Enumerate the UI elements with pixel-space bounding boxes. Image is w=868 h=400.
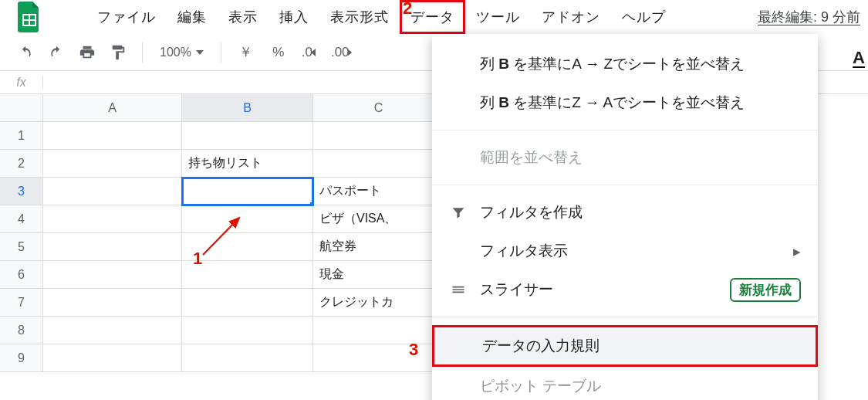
menu-separator: [432, 185, 818, 185]
sort-sheet-za[interactable]: 列 B を基準にZ → Aでシートを並べ替え: [432, 83, 818, 122]
filter-views[interactable]: フィルタ表示 ▸: [432, 232, 818, 270]
sheets-icon: [18, 2, 41, 32]
decrease-decimal-button[interactable]: .0: [299, 41, 323, 64]
data-menu-dropdown: 列 B を基準にA → Zでシートを並べ替え 列 B を基準にZ → Aでシート…: [432, 34, 818, 400]
submenu-arrow-icon: ▸: [793, 242, 801, 260]
menu-data[interactable]: データ: [400, 0, 465, 34]
cell[interactable]: [43, 261, 182, 289]
cell[interactable]: [182, 261, 313, 289]
cell[interactable]: [182, 344, 313, 372]
menu-file[interactable]: ファイル: [86, 0, 167, 34]
slicer-icon: [449, 282, 468, 297]
cell[interactable]: [182, 317, 313, 344]
sort-sheet-az[interactable]: 列 B を基準にA → Zでシートを並べ替え: [432, 45, 818, 83]
cell-C4[interactable]: ビザ（VISA、: [313, 205, 444, 233]
cell[interactable]: [43, 205, 182, 233]
cell[interactable]: [313, 317, 444, 344]
cell[interactable]: [182, 122, 313, 150]
cell-C7[interactable]: クレジットカ: [313, 289, 444, 317]
row-header[interactable]: 1: [0, 122, 43, 150]
row-header[interactable]: 7: [0, 289, 43, 317]
cell-C3[interactable]: パスポート: [313, 178, 444, 205]
menu-view[interactable]: 表示: [218, 0, 269, 34]
undo-button[interactable]: [14, 41, 37, 64]
paint-format-button[interactable]: [106, 41, 130, 64]
filter-icon: [449, 205, 468, 220]
font-color-button[interactable]: A: [853, 48, 865, 68]
row-header[interactable]: 9: [0, 344, 43, 372]
percent-button[interactable]: %: [266, 41, 291, 64]
row-header[interactable]: 2: [0, 150, 43, 178]
fx-label: fx: [0, 76, 43, 90]
pivot-table[interactable]: ピボット テーブル: [432, 367, 818, 400]
menu-separator: [432, 317, 818, 317]
cell[interactable]: [43, 178, 182, 205]
zoom-value: 100%: [160, 46, 191, 59]
menu-label: フィルタを作成: [480, 202, 583, 222]
row-header[interactable]: 4: [0, 205, 43, 233]
cell[interactable]: [43, 233, 182, 261]
menu-label: フィルタ表示: [480, 241, 568, 261]
cell[interactable]: [313, 150, 444, 178]
cell-C5[interactable]: 航空券: [313, 233, 444, 261]
row-header[interactable]: 3: [0, 178, 43, 205]
col-header-B[interactable]: B: [182, 94, 313, 122]
cell[interactable]: [43, 289, 182, 317]
menu-label: データの入力規則: [482, 336, 599, 356]
menu-format[interactable]: 表示形式: [319, 0, 400, 34]
cell-B2[interactable]: 持ち物リスト: [182, 150, 313, 178]
new-badge: 新規作成: [730, 278, 801, 302]
cell[interactable]: [43, 122, 182, 150]
cell[interactable]: [313, 344, 444, 372]
print-button[interactable]: [76, 41, 99, 64]
menu-label: スライサー: [480, 280, 553, 300]
toolbar-separator: [142, 42, 143, 63]
select-all-corner[interactable]: [0, 94, 43, 122]
arrow-right-small-icon: [348, 49, 356, 56]
menu-label: 列 B を基準にA → Zでシートを並べ替え: [480, 54, 745, 74]
menu-label: ピボット テーブル: [480, 376, 601, 396]
arrow-left-small-icon: [311, 49, 320, 56]
col-header-A[interactable]: A: [43, 94, 182, 122]
toolbar-separator: [221, 42, 221, 63]
row-header[interactable]: 6: [0, 261, 43, 289]
cell[interactable]: [182, 233, 313, 261]
slicer[interactable]: スライサー 新規作成: [432, 270, 818, 309]
menu-label: 列 B を基準にZ → Aでシートを並べ替え: [480, 93, 745, 113]
menu-tools[interactable]: ツール: [465, 0, 531, 34]
menu-addons[interactable]: アドオン: [531, 0, 611, 34]
cell[interactable]: [313, 122, 444, 150]
cell-C6[interactable]: 現金: [313, 261, 444, 289]
cell[interactable]: [182, 289, 313, 317]
menu-label: 範囲を並べ替え: [480, 147, 583, 168]
zoom-dropdown[interactable]: 100%: [155, 46, 208, 59]
sheets-logo: [14, 2, 45, 32]
row-header[interactable]: 8: [0, 317, 43, 344]
menu-insert[interactable]: 挿入: [269, 0, 319, 34]
cell[interactable]: [43, 344, 182, 372]
row-header[interactable]: 5: [0, 233, 43, 261]
print-icon: [79, 44, 96, 61]
currency-button[interactable]: ￥: [234, 41, 258, 64]
cell[interactable]: [43, 150, 182, 178]
col-header-C[interactable]: C: [313, 94, 444, 122]
create-filter[interactable]: フィルタを作成: [432, 193, 818, 232]
last-edit-link[interactable]: 最終編集: 9 分前: [758, 8, 862, 26]
cell-B3-selected[interactable]: [182, 178, 313, 205]
cell[interactable]: [182, 205, 313, 233]
menu-separator: [432, 130, 818, 131]
chevron-down-icon: [196, 50, 204, 55]
data-validation[interactable]: データの入力規則: [432, 325, 818, 367]
sort-range: 範囲を並べ替え: [432, 138, 818, 177]
redo-icon: [49, 45, 64, 60]
increase-decimal-button[interactable]: .00: [331, 41, 356, 64]
redo-button[interactable]: [45, 41, 68, 64]
paint-format-icon: [110, 44, 127, 61]
cell[interactable]: [43, 317, 182, 344]
undo-icon: [18, 45, 33, 60]
increase-decimal-label: .00: [331, 45, 350, 60]
menu-bar: ファイル 編集 表示 挿入 表示形式 データ ツール アドオン ヘルプ 最終編集…: [0, 0, 868, 34]
menu-edit[interactable]: 編集: [167, 0, 218, 34]
menu-help[interactable]: ヘルプ: [611, 0, 677, 34]
